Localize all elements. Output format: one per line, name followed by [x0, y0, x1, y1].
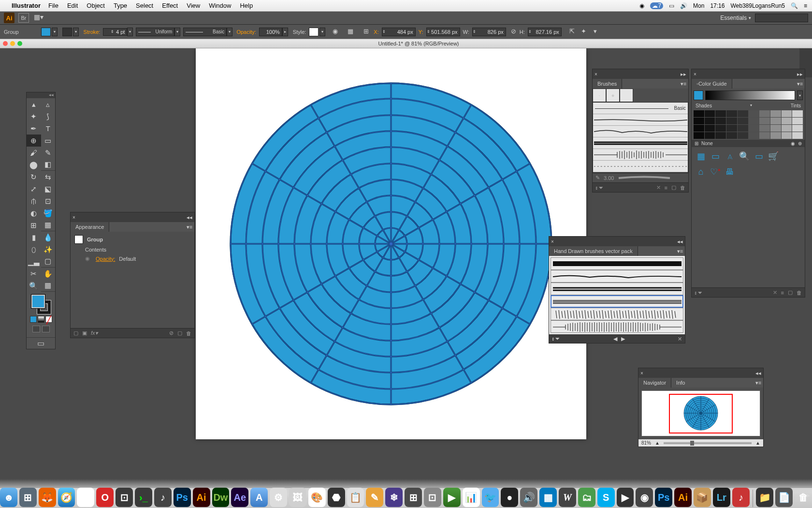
cg-save-icon[interactable]: ⊕: [798, 141, 802, 146]
menu-select[interactable]: Select: [136, 2, 153, 9]
fill-dropdown[interactable]: ▾: [52, 28, 58, 36]
nav-menu-button[interactable]: ▾≡: [754, 380, 763, 386]
menu-type[interactable]: Type: [114, 2, 127, 9]
style-swatch[interactable]: [309, 28, 319, 36]
help-search-input[interactable]: [755, 14, 808, 22]
dock-appstore[interactable]: A: [250, 488, 268, 507]
dock-ps2[interactable]: Ps: [655, 488, 672, 507]
dock-safari[interactable]: 🧭: [58, 488, 75, 507]
stroke-swatch[interactable]: [62, 28, 72, 36]
brush-stroke-value[interactable]: 3.00: [604, 175, 614, 181]
visibility-icon[interactable]: ◉: [85, 255, 90, 262]
cg-new-button[interactable]: ▢: [788, 289, 793, 296]
arrange-documents-button[interactable]: ▦▾: [33, 13, 44, 23]
dock-app-5[interactable]: 🎨: [308, 488, 326, 507]
hd-prev-button[interactable]: ◀: [613, 336, 617, 342]
reflect-tool[interactable]: ⇆: [41, 171, 56, 183]
polar-grid-artwork[interactable]: [229, 82, 553, 406]
fill-swatch[interactable]: [41, 28, 51, 36]
icon-card[interactable]: ▭: [753, 150, 765, 163]
brushes-drag-grip[interactable]: [599, 72, 679, 76]
dock-app-4[interactable]: ⚙: [270, 488, 287, 507]
color-guide-tab[interactable]: ◦ Color Guide: [692, 79, 732, 89]
brushes-tab[interactable]: Brushes: [593, 79, 622, 89]
dock-trash[interactable]: 🗑: [795, 488, 812, 507]
change-screen-mode[interactable]: ▭: [27, 337, 55, 349]
zoom-tool[interactable]: 🔍: [27, 280, 41, 292]
pen-tool[interactable]: ✒: [27, 122, 41, 134]
link-wh-icon[interactable]: ⊘: [509, 28, 518, 36]
symbol-sprayer-tool[interactable]: ✨: [41, 243, 56, 255]
menu-file[interactable]: File: [48, 2, 58, 9]
spotlight-icon[interactable]: 🔍: [791, 2, 798, 9]
hd-brush-4-selected[interactable]: [551, 295, 683, 308]
opacity-dropdown[interactable]: ▸: [282, 28, 288, 36]
dock-terminal[interactable]: ›_: [135, 488, 152, 507]
nav-drag-grip[interactable]: [645, 371, 754, 375]
dock-stack-1[interactable]: 📁: [756, 488, 773, 507]
brush-stroke-4[interactable]: [593, 149, 688, 161]
zoom-slider[interactable]: [664, 442, 752, 444]
cg-symbol-options-button[interactable]: ≡: [781, 290, 784, 296]
paintbrush-tool[interactable]: 🖌: [27, 147, 41, 159]
scale-tool[interactable]: ⤢: [27, 183, 41, 195]
delete-brush-button[interactable]: 🗑: [680, 185, 685, 191]
brush-swatch-3[interactable]: [620, 89, 633, 102]
user-name[interactable]: Web389LogansRun5: [730, 2, 785, 9]
style-dropdown[interactable]: ▾: [319, 28, 325, 36]
shape-builder-tool[interactable]: ◐: [27, 207, 41, 219]
none-mode[interactable]: ╱: [45, 316, 52, 323]
pencil-tool[interactable]: ✎: [41, 147, 56, 159]
blend-tool[interactable]: ⬯: [27, 243, 41, 255]
brush-stroke-3[interactable]: [593, 137, 688, 149]
hd-menu-button[interactable]: ▾≡: [675, 248, 685, 254]
dock-app-13[interactable]: 📊: [463, 488, 480, 507]
panel-collapse-button[interactable]: ◂◂: [185, 214, 194, 221]
hd-brush-6[interactable]: [551, 320, 683, 333]
remove-brush-button[interactable]: ⤫: [656, 184, 661, 191]
add-effect-button[interactable]: fx▾: [91, 330, 98, 336]
dock-app-10[interactable]: ⊞: [405, 488, 422, 507]
dock-ai2[interactable]: Ai: [674, 488, 692, 507]
x-label[interactable]: X:: [374, 29, 378, 35]
perspective-grid-tool[interactable]: ⊞: [27, 219, 41, 231]
display-icon[interactable]: ▭: [669, 2, 674, 9]
cg-shade-grid[interactable]: [692, 109, 805, 140]
panel-drag-grip[interactable]: [77, 215, 185, 219]
stroke-dropdown[interactable]: ▾: [73, 28, 79, 36]
color-mode[interactable]: [30, 316, 37, 323]
icon-rss[interactable]: ⟑: [724, 150, 736, 163]
zoom-window-button[interactable]: [17, 41, 22, 46]
brush-libraries-button[interactable]: ⫾⏷: [595, 185, 604, 191]
close-window-button[interactable]: [3, 41, 8, 46]
more-icon[interactable]: ▾: [591, 28, 600, 36]
brush-swatch-1[interactable]: ·: [593, 89, 606, 102]
menu-help[interactable]: Help: [240, 2, 253, 9]
hd-drag-grip[interactable]: [556, 239, 675, 243]
hd-next-button[interactable]: ▶: [621, 336, 625, 342]
dock-app-3[interactable]: ♪: [154, 488, 172, 507]
print-tiling-tool[interactable]: ▦: [41, 280, 56, 292]
variable-width-profile[interactable]: Uniform: [136, 28, 174, 36]
appearance-contents[interactable]: Contents: [85, 247, 106, 253]
rotate-tool[interactable]: ↻: [27, 171, 41, 183]
brushes-close-button[interactable]: ×: [593, 72, 599, 77]
slice-tool[interactable]: ✂: [27, 268, 41, 280]
hand-tool[interactable]: ✋: [41, 268, 56, 280]
dock-finder[interactable]: ☻: [0, 488, 17, 507]
blob-brush-tool[interactable]: ⬤: [27, 159, 41, 171]
hd-brush-3[interactable]: [551, 283, 683, 295]
nav-close-button[interactable]: ×: [638, 371, 645, 376]
dock-app-1[interactable]: ⊞: [19, 488, 37, 507]
navigator-tab[interactable]: Navigator: [638, 378, 671, 388]
vw-dropdown[interactable]: ▾: [174, 28, 180, 36]
direct-selection-tool[interactable]: ▵: [41, 98, 56, 110]
appearance-tab[interactable]: Appearance: [71, 222, 109, 232]
dock-preview[interactable]: 🖼: [289, 488, 306, 507]
clock-day[interactable]: Mon: [693, 2, 704, 9]
align-icon[interactable]: ▦: [346, 28, 355, 36]
menu-object[interactable]: Object: [87, 2, 105, 9]
dock-app-7[interactable]: 📋: [347, 488, 364, 507]
line-tool[interactable]: ⊕: [27, 134, 41, 147]
navigator-zoom-value[interactable]: 81%: [641, 440, 651, 446]
